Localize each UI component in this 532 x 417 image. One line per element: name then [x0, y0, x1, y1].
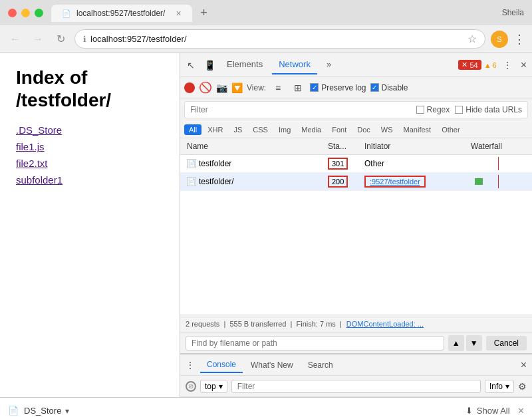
- type-btn-js[interactable]: JS: [229, 124, 247, 135]
- record-btn[interactable]: [184, 82, 195, 93]
- hide-data-urls-checkbox[interactable]: [455, 106, 463, 114]
- type-btn-manifest[interactable]: Manifest: [399, 124, 436, 135]
- file-bar-name: DS_Store: [24, 406, 61, 416]
- type-btn-other[interactable]: Other: [437, 124, 465, 135]
- new-tab-btn[interactable]: +: [195, 3, 213, 22]
- tab-network[interactable]: Network: [272, 55, 317, 74]
- find-next-btn[interactable]: ▼: [466, 335, 482, 351]
- find-prev-btn[interactable]: ▲: [448, 335, 464, 351]
- regex-option[interactable]: Regex: [416, 105, 450, 114]
- file-icon: 📄: [187, 177, 196, 186]
- screenshot-btn[interactable]: 📷: [216, 82, 227, 93]
- find-input[interactable]: [186, 336, 444, 350]
- maximize-window-btn[interactable]: [35, 9, 43, 17]
- download-icon: ⬇: [466, 406, 473, 416]
- type-btn-css[interactable]: CSS: [248, 124, 273, 135]
- regex-checkbox[interactable]: [416, 106, 424, 114]
- filter-input[interactable]: [190, 105, 411, 114]
- row-status-2: 200: [325, 174, 362, 189]
- type-btn-all[interactable]: All: [184, 124, 201, 135]
- filter-bar: Regex Hide data URLs: [184, 101, 528, 118]
- devtools-close-btn[interactable]: ×: [518, 57, 529, 74]
- dom-content-loaded-link[interactable]: DOMContentLoaded: ...: [346, 320, 424, 328]
- type-btn-ws[interactable]: WS: [376, 124, 398, 135]
- table-row[interactable]: 📄 testfolder 301 Other: [180, 155, 532, 173]
- network-toolbar: 🚫 📷 🔽 View: ≡ ⊞ ✓ Preserve log ✓ Disable: [180, 77, 532, 98]
- console-settings-icon[interactable]: ⚙: [518, 381, 527, 392]
- show-all-btn[interactable]: ⬇ Show All: [466, 406, 510, 416]
- browser-tab[interactable]: 📄 localhost:9527/testfolder/ ×: [51, 5, 192, 22]
- status-badge: 200: [328, 176, 348, 188]
- col-status: Sta...: [325, 140, 362, 152]
- minimize-window-btn[interactable]: [21, 9, 30, 17]
- table-row[interactable]: 📄 testfolder/ 200 :9527/testfolder: [180, 173, 532, 191]
- tab-console[interactable]: Console: [200, 357, 243, 373]
- disable-cache-checkbox[interactable]: ✓: [370, 83, 379, 92]
- row-name-1: 📄 testfolder: [184, 158, 325, 170]
- context-dropdown-icon: ▾: [219, 382, 223, 391]
- close-window-btn[interactable]: [8, 9, 17, 17]
- view-list-icon[interactable]: ≡: [270, 80, 286, 96]
- tab-whats-new[interactable]: What's New: [244, 358, 300, 372]
- warning-badge: ▲ 6: [484, 61, 497, 69]
- file-link-subfolder1[interactable]: subfolder1: [16, 174, 164, 186]
- profile-avatar[interactable]: S: [491, 31, 508, 48]
- type-btn-doc[interactable]: Doc: [352, 124, 375, 135]
- navigation-bar: ← → ↻ ℹ localhost:9527/testfolder/ ☆ S ⋮: [0, 25, 532, 53]
- reload-btn[interactable]: ↻: [52, 31, 69, 48]
- view-grid-icon[interactable]: ⊞: [290, 80, 306, 96]
- bottom-more-btn[interactable]: ⋮: [186, 360, 195, 370]
- devtools-more-btn[interactable]: ⋮: [499, 57, 515, 73]
- file-link-ds-store[interactable]: .DS_Store: [16, 124, 164, 136]
- error-icon: ✕: [462, 61, 467, 69]
- regex-label: Regex: [427, 105, 450, 114]
- back-btn[interactable]: ←: [7, 31, 24, 48]
- filter-icon[interactable]: 🔽: [231, 82, 243, 93]
- type-btn-img[interactable]: Img: [274, 124, 295, 135]
- row-waterfall-1: [468, 157, 528, 170]
- context-selector[interactable]: top ▾: [200, 380, 227, 393]
- row-name-2: 📄 testfolder/: [184, 176, 325, 188]
- file-bar-close-btn[interactable]: ×: [518, 405, 524, 417]
- col-name: Name: [184, 140, 325, 152]
- security-icon: ℹ: [83, 35, 86, 44]
- hide-data-urls-label: Hide data URLs: [466, 105, 522, 114]
- forward-btn[interactable]: →: [29, 31, 47, 48]
- bookmark-icon[interactable]: ☆: [467, 33, 477, 45]
- network-status-bar: 2 requests | 555 B transferred | Finish:…: [180, 315, 532, 332]
- initiator-link[interactable]: :9527/testfolder: [364, 176, 426, 188]
- file-bar-dropdown[interactable]: ▾: [65, 406, 69, 416]
- page-content: Index of /testfolder/ .DS_Store file1.js…: [0, 53, 180, 397]
- hide-data-urls-option[interactable]: Hide data URLs: [455, 105, 522, 114]
- console-stop-icon[interactable]: ⊘: [186, 381, 196, 392]
- tab-elements[interactable]: Elements: [220, 55, 269, 74]
- network-table: Name Sta... Initiator Waterfall 📄 testfo…: [180, 138, 532, 315]
- disable-cache-option[interactable]: ✓ Disable: [370, 83, 408, 92]
- device-icon[interactable]: 📱: [201, 57, 217, 73]
- row-initiator-type-1: Other: [362, 158, 468, 170]
- address-bar[interactable]: ℹ localhost:9527/testfolder/ ☆: [74, 29, 485, 49]
- preserve-log-checkbox[interactable]: ✓: [310, 83, 319, 92]
- bottom-close-btn[interactable]: ×: [521, 359, 527, 371]
- preserve-log-option[interactable]: ✓ Preserve log: [310, 83, 366, 92]
- browser-menu-btn[interactable]: ⋮: [513, 32, 525, 47]
- stop-recording-icon[interactable]: 🚫: [199, 81, 212, 94]
- file-bar-icon: 📄: [8, 406, 19, 416]
- inspector-icon[interactable]: ↖: [183, 57, 199, 73]
- type-btn-media[interactable]: Media: [297, 124, 326, 135]
- status-badge: 301: [328, 158, 348, 170]
- tab-search[interactable]: Search: [301, 358, 340, 372]
- log-level-selector[interactable]: Info ▾: [485, 380, 514, 393]
- show-all-label: Show All: [477, 406, 510, 416]
- type-btn-xhr[interactable]: XHR: [203, 124, 227, 135]
- find-cancel-btn[interactable]: Cancel: [486, 336, 527, 350]
- find-bar: ▲ ▼ Cancel: [180, 332, 532, 353]
- tab-more[interactable]: »: [320, 55, 338, 74]
- console-filter-input[interactable]: [231, 380, 481, 393]
- preserve-log-label: Preserve log: [321, 83, 366, 92]
- type-btn-font[interactable]: Font: [327, 124, 351, 135]
- tab-close-btn[interactable]: ×: [176, 8, 181, 19]
- file-link-file1[interactable]: file1.js: [16, 141, 164, 152]
- file-link-file2[interactable]: file2.txt: [16, 158, 164, 169]
- error-badge: ✕ 54: [458, 60, 481, 70]
